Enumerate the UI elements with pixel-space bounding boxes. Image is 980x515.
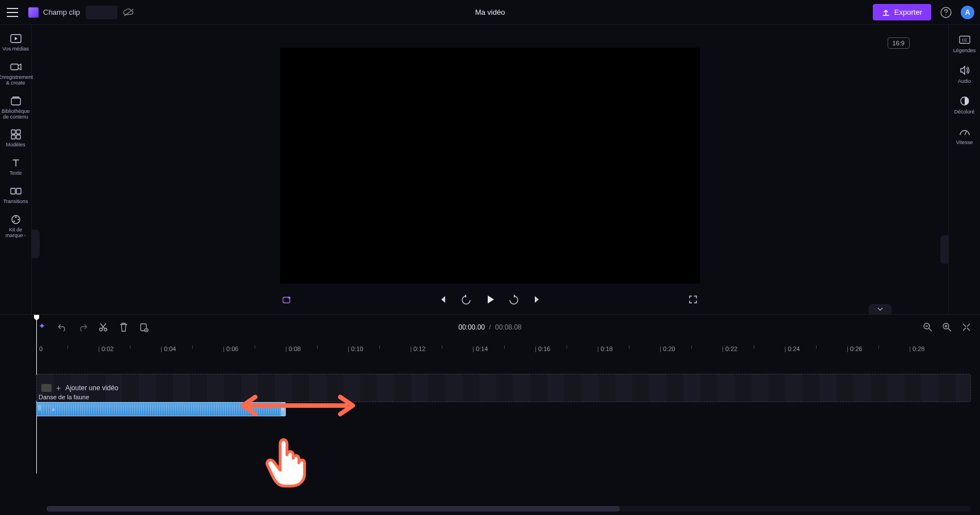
timeline: 00:00.00 / 00:08.08 00:020:040:060:080:1…	[0, 314, 980, 515]
ruler-tick: 0	[36, 345, 43, 352]
video-canvas[interactable]	[280, 48, 700, 284]
camera-icon	[10, 61, 22, 73]
aspect-ratio-selector[interactable]: 16:9	[888, 37, 910, 49]
ruler-minor-tick	[379, 345, 380, 349]
skip-start-icon[interactable]	[436, 293, 449, 306]
ruler-minor-tick	[67, 345, 68, 349]
svg-rect-2	[11, 64, 18, 70]
user-avatar[interactable]: A	[961, 6, 974, 19]
ruler-minor-tick	[754, 345, 754, 349]
sidebar-item-content-lib[interactable]: Bibliothèque de contenu	[0, 91, 32, 125]
sidebar-item-label: Décoloré	[954, 109, 974, 115]
svg-point-18	[100, 328, 103, 331]
time-separator: /	[489, 323, 491, 331]
audio-clip-trim-handle[interactable]	[281, 403, 285, 416]
fullscreen-icon[interactable]	[686, 293, 700, 306]
export-button[interactable]: Exporter	[873, 4, 931, 20]
sidebar-item-label: Transitions	[3, 199, 28, 205]
clip-field-label: Champ clip	[43, 8, 80, 16]
gauge-icon	[959, 126, 970, 137]
svg-text:CC: CC	[962, 38, 968, 42]
hamburger-menu-icon[interactable]	[6, 6, 19, 19]
scrollbar-thumb[interactable]	[47, 506, 620, 512]
sidebar-item-speed[interactable]: Vitesse	[949, 120, 981, 151]
sidebar-item-label: Enregistrement & create	[0, 75, 33, 86]
speaker-icon	[959, 65, 970, 76]
video-track-placeholder[interactable]: + Ajouter une vidéo	[36, 374, 971, 402]
right-panel-collapse-handle[interactable]	[940, 235, 948, 264]
svg-rect-9	[16, 188, 21, 194]
sidebar-item-label: Légendes	[953, 48, 976, 53]
ruler-tick: 0:28	[910, 345, 924, 352]
timeline-ruler[interactable]: 00:020:040:060:080:100:120:140:160:180:2…	[36, 340, 971, 357]
clipchamp-logo-icon	[28, 7, 39, 18]
playback-controls	[280, 293, 700, 306]
svg-point-11	[15, 217, 16, 218]
split-scissors-icon[interactable]	[98, 322, 109, 333]
play-icon[interactable]	[483, 293, 497, 306]
forward-10-icon[interactable]	[507, 293, 521, 306]
current-time: 00:00.00	[458, 323, 485, 331]
sidebar-item-audio[interactable]: Audio	[949, 59, 981, 90]
duplicate-icon[interactable]	[138, 322, 150, 333]
undo-icon[interactable]	[57, 322, 68, 333]
sidebar-item-transitions[interactable]: Transitions	[0, 181, 32, 209]
right-sidebar: CC Légendes Audio Décoloré Vitesse	[948, 25, 980, 314]
skip-end-icon[interactable]	[531, 293, 544, 306]
sidebar-item-label: Audio	[958, 78, 971, 84]
app-header: Champ clip Ma vidéo Exporter A	[0, 0, 980, 25]
templates-icon	[10, 129, 22, 140]
timeline-scrollbar[interactable]	[47, 506, 971, 512]
video-track-label: Ajouter une vidéo	[65, 384, 118, 392]
sidebar-item-templates[interactable]: Modèles	[0, 124, 32, 153]
ruler-minor-tick	[816, 345, 817, 349]
export-button-label: Exporter	[894, 8, 922, 16]
zoom-in-icon[interactable]	[941, 322, 953, 333]
sidebar-item-label: Vitesse	[956, 140, 973, 145]
library-icon	[10, 95, 22, 107]
sidebar-item-text[interactable]: Texte	[0, 153, 32, 181]
svg-rect-7	[16, 135, 20, 139]
timeline-timecode: 00:00.00 / 00:08.08	[458, 323, 521, 331]
sidebar-item-captions[interactable]: CC Légendes	[949, 28, 981, 59]
help-icon[interactable]	[939, 6, 953, 19]
redo-icon[interactable]	[77, 322, 88, 333]
ruler-minor-tick	[130, 345, 130, 349]
magic-suggest-icon[interactable]	[36, 322, 48, 333]
sidebar-item-record-create[interactable]: Enregistrement & create	[0, 57, 32, 91]
ruler-tick: 0:02	[99, 345, 113, 352]
audio-clip[interactable]	[36, 402, 286, 416]
magic-tools-icon[interactable]	[280, 293, 294, 306]
sidebar-item-label: Vos médias	[2, 47, 29, 52]
ruler-tick: 0:16	[535, 345, 550, 352]
cc-icon: CC	[959, 34, 970, 45]
fit-timeline-icon[interactable]	[961, 322, 972, 333]
project-title[interactable]: Ma vidéo	[475, 8, 505, 16]
rewind-10-icon[interactable]	[459, 293, 473, 306]
timeline-collapse-chevron-icon[interactable]	[869, 304, 892, 314]
sidebar-item-label: Bibliothèque de contenu	[1, 109, 31, 120]
sidebar-item-label: Kit de marque›	[1, 227, 31, 239]
transitions-icon	[10, 185, 22, 197]
ruler-minor-tick	[691, 345, 692, 349]
ruler-tick: 0:26	[847, 345, 862, 352]
sidebar-item-brand-kit[interactable]: Kit de marque›	[0, 209, 32, 243]
sidebar-item-fade[interactable]: Décoloré	[949, 90, 981, 120]
svg-rect-6	[11, 135, 15, 139]
media-icon	[10, 33, 22, 44]
ruler-minor-tick	[629, 345, 630, 349]
sidebar-item-your-media[interactable]: Vos médias	[0, 28, 32, 57]
clip-name-input[interactable]	[86, 6, 117, 19]
audio-clip-title: Danse de la faune	[39, 394, 89, 400]
zoom-out-icon[interactable]	[922, 322, 933, 333]
upload-icon	[882, 9, 890, 16]
ruler-tick: 0:04	[161, 345, 176, 352]
delete-icon[interactable]	[118, 322, 129, 333]
svg-point-13	[13, 221, 14, 222]
ruler-tick: 0:20	[660, 345, 675, 352]
ruler-minor-tick	[442, 345, 442, 349]
ruler-tick: 0:06	[223, 345, 238, 352]
ruler-tick: 0:24	[785, 345, 800, 352]
svg-rect-4	[11, 130, 15, 134]
ruler-minor-tick	[567, 345, 567, 349]
